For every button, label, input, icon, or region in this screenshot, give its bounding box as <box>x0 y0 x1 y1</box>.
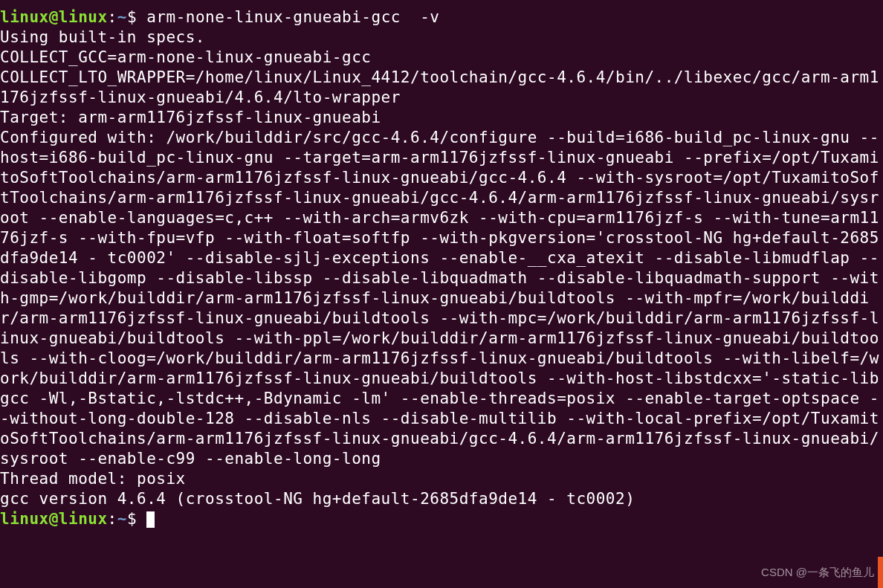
terminal-output[interactable]: linux@linux:~$ arm-none-linux-gnueabi-gc… <box>0 0 883 529</box>
output-line: Target: arm-arm1176jzfssf-linux-gnueabi <box>0 109 381 126</box>
prompt-dollar: $ <box>127 8 137 26</box>
output-line: COLLECT_LTO_WRAPPER=/home/linux/Linux_44… <box>0 68 879 106</box>
output-line: COLLECT_GCC=arm-none-linux-gnueabi-gcc <box>0 48 371 66</box>
prompt-path: ~ <box>117 510 127 528</box>
prompt-colon: : <box>108 8 117 26</box>
output-line: Configured with: /work/builddir/src/gcc-… <box>0 129 879 468</box>
prompt-user-host: linux@linux <box>0 510 108 528</box>
prompt-dollar: $ <box>127 510 137 528</box>
watermark-text: CSDN @一条飞的鱼儿 <box>761 562 874 582</box>
prompt-path: ~ <box>117 8 127 26</box>
prompt-colon: : <box>108 510 117 528</box>
output-line: Using built-in specs. <box>0 28 205 46</box>
prompt-user-host: linux@linux <box>0 8 108 26</box>
output-line: gcc version 4.6.4 (crosstool-NG hg+defau… <box>0 490 635 508</box>
output-line: Thread model: posix <box>0 470 186 488</box>
sidebar-fragment <box>878 557 883 588</box>
cursor[interactable] <box>146 511 155 528</box>
command-text: arm-none-linux-gnueabi-gcc -v <box>146 8 439 26</box>
